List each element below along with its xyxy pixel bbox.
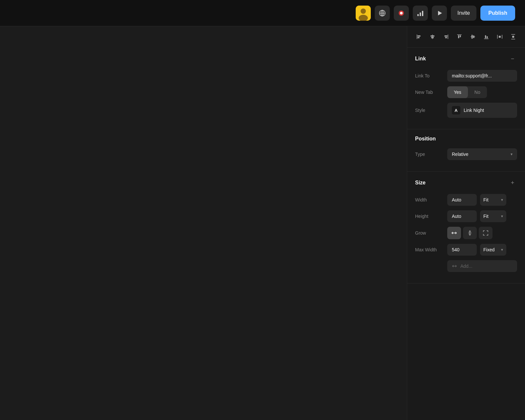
align-top-button[interactable]: [453, 31, 465, 43]
svg-rect-23: [458, 35, 459, 38]
align-toolbar: [407, 26, 525, 48]
svg-marker-12: [438, 11, 442, 15]
link-to-input[interactable]: [447, 70, 517, 82]
grow-horizontal-button[interactable]: [447, 227, 461, 239]
svg-rect-13: [417, 34, 417, 39]
new-tab-label: New Tab: [415, 90, 444, 95]
svg-point-8: [400, 12, 403, 14]
svg-rect-15: [418, 37, 420, 38]
width-row: Width Fit ▾: [415, 194, 517, 206]
width-unit-value: Fit: [483, 197, 489, 202]
grow-row: Grow: [415, 227, 517, 239]
link-to-row: Link To: [415, 70, 517, 82]
height-row: Height Fit ▾: [415, 210, 517, 222]
width-label: Width: [415, 197, 444, 202]
svg-rect-20: [445, 35, 448, 37]
max-width-row: Max Width Fixed ▾: [415, 244, 517, 256]
new-tab-yes-button[interactable]: Yes: [447, 86, 468, 98]
height-input[interactable]: [447, 210, 477, 222]
add-constraint-button[interactable]: Add...: [447, 260, 517, 272]
svg-point-1: [361, 9, 366, 14]
new-tab-no-button[interactable]: No: [468, 86, 487, 98]
align-left-button[interactable]: [413, 31, 425, 43]
align-bottom-button[interactable]: [480, 31, 492, 43]
position-section: Position Type Relative ▾: [407, 129, 525, 172]
grow-vertical-button[interactable]: [463, 227, 477, 239]
svg-rect-17: [430, 35, 434, 37]
analytics-button[interactable]: [413, 6, 428, 21]
max-width-input[interactable]: [447, 244, 477, 256]
size-section-title: Size: [415, 180, 426, 186]
svg-rect-22: [457, 34, 462, 35]
size-section-header: Size +: [415, 178, 517, 187]
svg-rect-25: [471, 36, 475, 37]
link-section-title: Link: [415, 56, 426, 62]
svg-rect-18: [431, 37, 434, 38]
width-unit-dropdown[interactable]: Fit ▾: [480, 194, 506, 206]
grow-expand-button[interactable]: [479, 227, 493, 239]
align-center-v-button[interactable]: [467, 31, 479, 43]
add-row: Add...: [415, 260, 517, 272]
chevron-down-icon: ▾: [511, 152, 513, 157]
svg-rect-30: [487, 36, 488, 38]
svg-rect-36: [512, 36, 514, 38]
position-type-dropdown[interactable]: Relative ▾: [447, 148, 517, 160]
svg-rect-19: [448, 34, 449, 39]
main-area: Link − Link To New Tab Yes No Style: [0, 26, 525, 420]
publish-button[interactable]: Publish: [480, 6, 515, 21]
canvas-area[interactable]: [0, 26, 407, 420]
svg-rect-35: [511, 39, 515, 40]
position-type-label: Type: [415, 152, 444, 157]
position-type-value: Relative: [452, 152, 469, 157]
width-chevron-icon: ▾: [501, 198, 503, 202]
svg-rect-28: [484, 39, 489, 39]
link-collapse-button[interactable]: −: [508, 54, 517, 63]
max-width-chevron-icon: ▾: [501, 247, 503, 252]
svg-rect-21: [445, 37, 447, 38]
svg-rect-26: [472, 35, 473, 39]
avatar[interactable]: [356, 6, 371, 21]
right-panel: Link − Link To New Tab Yes No Style: [407, 26, 525, 420]
max-width-label: Max Width: [415, 247, 444, 252]
svg-rect-14: [418, 35, 421, 37]
grow-label: Grow: [415, 230, 444, 236]
invite-button[interactable]: Invite: [451, 6, 476, 21]
height-chevron-icon: ▾: [501, 214, 503, 219]
svg-rect-11: [422, 11, 423, 16]
svg-rect-10: [420, 12, 421, 16]
new-tab-row: New Tab Yes No: [415, 86, 517, 98]
distribute-v-button[interactable]: [507, 31, 519, 43]
style-icon: A: [452, 106, 460, 115]
globe-button[interactable]: [375, 6, 390, 21]
position-section-header: Position: [415, 136, 517, 142]
height-label: Height: [415, 214, 444, 219]
svg-rect-33: [499, 36, 501, 38]
distribute-h-button[interactable]: [494, 31, 506, 43]
height-unit-value: Fit: [483, 214, 489, 219]
link-to-label: Link To: [415, 73, 444, 78]
size-section: Size + Width Fit ▾ Height Fit ▾: [407, 172, 525, 284]
style-selector[interactable]: A Link Night: [447, 103, 517, 118]
max-width-unit-dropdown[interactable]: Fixed ▾: [480, 244, 506, 256]
link-section: Link − Link To New Tab Yes No Style: [407, 48, 525, 129]
width-input[interactable]: [447, 194, 477, 206]
align-center-h-button[interactable]: [427, 31, 438, 43]
grow-group: [447, 227, 493, 239]
style-name: Link Night: [464, 108, 484, 113]
add-placeholder: Add...: [460, 263, 472, 269]
topbar: Invite Publish: [0, 0, 525, 26]
svg-rect-16: [432, 34, 433, 39]
play-button[interactable]: [432, 6, 447, 21]
record-button[interactable]: [394, 6, 409, 21]
svg-rect-27: [473, 35, 474, 38]
svg-rect-9: [417, 14, 419, 16]
link-section-header: Link −: [415, 54, 517, 63]
position-type-row: Type Relative ▾: [415, 148, 517, 160]
align-right-button[interactable]: [440, 31, 452, 43]
svg-rect-31: [497, 35, 498, 39]
max-width-unit-value: Fixed: [483, 247, 494, 252]
size-add-button[interactable]: +: [508, 178, 517, 187]
position-section-title: Position: [415, 136, 436, 142]
height-unit-dropdown[interactable]: Fit ▾: [480, 210, 506, 222]
new-tab-toggle: Yes No: [447, 86, 487, 98]
